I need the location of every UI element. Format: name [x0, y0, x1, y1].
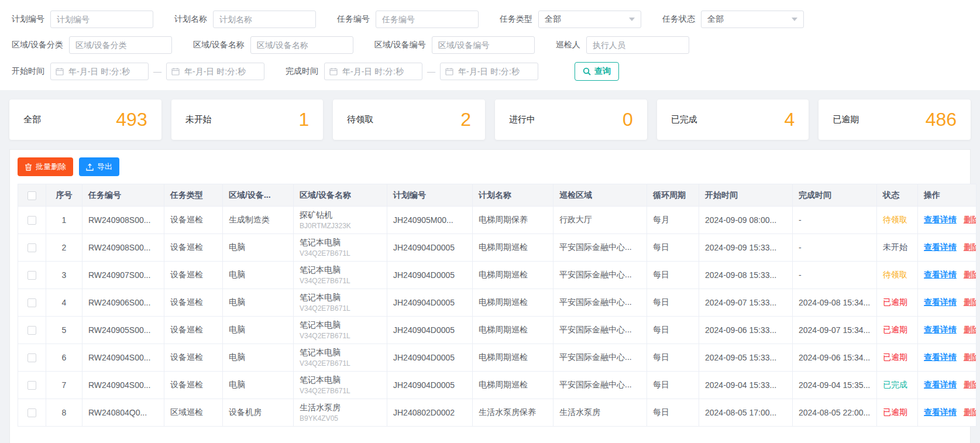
cell-device-category: 电脑	[223, 262, 294, 289]
cell-area: 平安国际金融中心...	[553, 289, 647, 317]
cell-cycle: 每日	[647, 372, 699, 399]
cell-plan-name: 电梯周期巡检	[473, 262, 553, 289]
delete-link[interactable]: 删除	[964, 242, 976, 252]
table-toolbar: 批量删除 导出	[18, 157, 962, 176]
row-checkbox[interactable]	[27, 408, 36, 417]
plan-no-label: 计划编号	[12, 14, 44, 25]
task-no-input[interactable]	[376, 11, 479, 28]
view-detail-link[interactable]: 查看详情	[924, 380, 957, 389]
delete-link[interactable]: 删除	[964, 352, 976, 362]
stat-card-overdue[interactable]: 已逾期 486	[819, 99, 971, 140]
view-detail-link[interactable]: 查看详情	[924, 352, 957, 362]
col-status: 状态	[877, 184, 918, 207]
stat-label: 已逾期	[833, 114, 859, 125]
filter-inspector: 巡检人	[556, 36, 689, 54]
cell-task-type: 设备巡检	[164, 372, 223, 399]
cell-status: 已逾期	[877, 317, 918, 344]
finish-time-from-input[interactable]	[324, 63, 422, 80]
delete-link[interactable]: 删除	[964, 297, 976, 307]
stat-card-not-started[interactable]: 未开始 1	[171, 99, 324, 140]
table-row: 6 RW240904S00... 设备巡检 电脑 笔记本电脑 V34Q2E7B6…	[18, 344, 976, 372]
select-all-checkbox[interactable]	[27, 191, 36, 200]
export-button[interactable]: 导出	[79, 157, 119, 176]
col-plan-name: 计划名称	[473, 184, 553, 207]
device-code: V34Q2E7B671L	[300, 359, 381, 368]
filter-device-name: 区域/设备名称	[193, 36, 353, 54]
device-category-input[interactable]	[69, 36, 172, 54]
device-name-input[interactable]	[250, 36, 353, 54]
search-icon	[583, 67, 591, 75]
table-row: 1 RW240908S00... 设备巡检 生成制造类 探矿钻机 BJ0RTMZ…	[18, 207, 976, 234]
table-row: 2 RW240908S00... 设备巡检 电脑 笔记本电脑 V34Q2E7B6…	[18, 234, 976, 262]
filter-task-no: 任务编号	[337, 11, 479, 28]
task-type-select-value: 全部	[545, 14, 561, 25]
batch-delete-button[interactable]: 批量删除	[18, 157, 73, 176]
cell-cycle: 每日	[647, 399, 699, 427]
cell-start-time: 2024-09-06 15:33...	[699, 317, 793, 344]
task-status-select-value: 全部	[707, 14, 724, 25]
stat-card-pending[interactable]: 待领取 2	[333, 99, 485, 140]
cell-task-type: 设备巡检	[164, 262, 223, 289]
delete-link[interactable]: 删除	[964, 380, 976, 389]
delete-link[interactable]: 删除	[964, 407, 976, 417]
row-checkbox[interactable]	[27, 271, 36, 280]
view-detail-link[interactable]: 查看详情	[924, 215, 957, 224]
view-detail-link[interactable]: 查看详情	[924, 297, 957, 307]
search-button-label: 查询	[594, 66, 611, 77]
filter-plan-name: 计划名称	[174, 11, 316, 28]
row-checkbox[interactable]	[27, 381, 36, 390]
task-type-select[interactable]: 全部	[538, 11, 641, 28]
cell-status: 待领取	[877, 262, 918, 289]
device-name: 生活水泵房	[300, 403, 381, 413]
device-no-input[interactable]	[432, 36, 535, 54]
cell-index: 6	[46, 344, 82, 372]
trash-icon	[25, 163, 32, 171]
cell-device-category: 生成制造类	[223, 207, 294, 234]
row-checkbox[interactable]	[27, 243, 36, 252]
cell-cycle: 每日	[647, 317, 699, 344]
start-time-from-input[interactable]	[50, 63, 149, 80]
stat-value: 486	[926, 109, 957, 131]
plan-no-input[interactable]	[50, 11, 153, 28]
start-time-label: 开始时间	[12, 66, 44, 77]
plan-name-input[interactable]	[213, 11, 316, 28]
stat-card-in-progress[interactable]: 进行中 0	[495, 99, 647, 140]
view-detail-link[interactable]: 查看详情	[924, 270, 957, 279]
status-text: 已逾期	[883, 325, 907, 334]
stat-label: 进行中	[509, 114, 535, 125]
view-detail-link[interactable]: 查看详情	[924, 407, 957, 417]
cell-status: 已逾期	[877, 399, 918, 427]
delete-link[interactable]: 删除	[964, 325, 976, 334]
view-detail-link[interactable]: 查看详情	[924, 242, 957, 252]
cell-task-no: RW240908S00...	[82, 234, 164, 262]
cell-status: 已逾期	[877, 344, 918, 372]
status-text: 待领取	[883, 270, 907, 279]
stat-card-all[interactable]: 全部 493	[9, 99, 161, 140]
cell-task-no: RW240904S00...	[82, 372, 164, 399]
stat-card-done[interactable]: 已完成 4	[657, 99, 809, 140]
stat-value: 493	[116, 109, 147, 131]
delete-link[interactable]: 删除	[964, 215, 976, 224]
start-time-to-input[interactable]	[166, 63, 264, 80]
filter-task-status: 任务状态 全部	[662, 11, 804, 28]
search-button[interactable]: 查询	[575, 62, 619, 81]
status-text: 已逾期	[883, 352, 907, 362]
table-row: 5 RW240905S00... 设备巡检 电脑 笔记本电脑 V34Q2E7B6…	[18, 317, 976, 344]
inspector-input[interactable]	[586, 36, 689, 54]
task-status-select[interactable]: 全部	[701, 11, 804, 28]
view-detail-link[interactable]: 查看详情	[924, 325, 957, 334]
stat-value: 1	[299, 109, 310, 131]
export-label: 导出	[97, 162, 112, 172]
finish-time-to-input[interactable]	[440, 63, 538, 80]
row-checkbox[interactable]	[27, 353, 36, 362]
cell-task-no: RW240907S00...	[82, 262, 164, 289]
row-checkbox[interactable]	[27, 298, 36, 307]
cell-task-no: RW240905S00...	[82, 317, 164, 344]
cell-index: 7	[46, 372, 82, 399]
row-checkbox[interactable]	[27, 326, 36, 335]
table-row: 8 RW240804Q0... 区域巡检 设备机房 生活水泵房 B9YK4ZV0…	[18, 399, 976, 427]
row-checkbox[interactable]	[27, 216, 36, 225]
filter-row-1: 计划编号 计划名称 任务编号 任务类型 全部 任务状态 全部	[12, 11, 968, 28]
col-plan-no: 计划编号	[387, 184, 473, 207]
delete-link[interactable]: 删除	[964, 270, 976, 279]
